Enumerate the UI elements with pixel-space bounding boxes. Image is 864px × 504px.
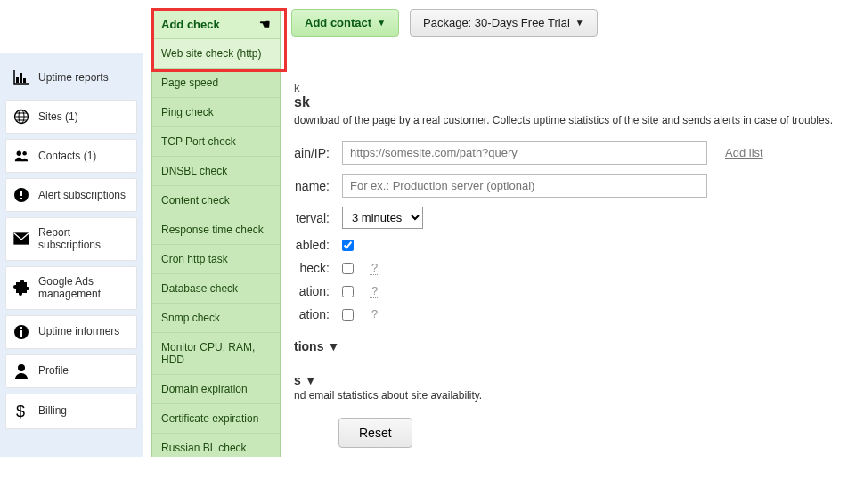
dd-item-tcp-port-check[interactable]: TCP Port check [152, 126, 280, 156]
help-icon[interactable]: ? [370, 284, 379, 298]
add-check-dropdown-wrap: Add check ☚ Web site check (http) Page s… [151, 9, 281, 10]
sidebar-item-label: Uptime reports [38, 71, 109, 84]
chevron-down-icon: ▼ [575, 18, 584, 28]
alert-icon [13, 187, 29, 203]
sidebar-item-report-subs[interactable]: Report subscriptions [5, 217, 137, 261]
users-icon [13, 149, 29, 163]
dd-item-ping-check[interactable]: Ping check [152, 97, 280, 126]
sidebar-item-alert-subs[interactable]: Alert subscriptions [5, 178, 137, 212]
row-domain: ain/IP: Add list [294, 141, 864, 165]
dd-item-database-check[interactable]: Database check [152, 273, 280, 303]
package-button[interactable]: Package: 30-Days Free Trial ▼ [410, 9, 598, 37]
form-content: k sk download of the page by a real cust… [294, 81, 864, 448]
domain-input[interactable] [342, 141, 707, 165]
reset-button[interactable]: Reset [338, 418, 412, 448]
svg-rect-0 [16, 77, 19, 83]
interval-select[interactable]: 3 minutes [342, 207, 423, 229]
row-ration2: ation: ? [294, 307, 864, 321]
dd-item-content-check[interactable]: Content check [152, 185, 280, 215]
svg-rect-2 [23, 78, 26, 83]
label-enabled: abled: [294, 238, 330, 252]
sidebar-item-label: Contacts (1) [38, 150, 96, 162]
add-contact-label: Add contact [305, 16, 371, 29]
dd-item-dnsbl-check[interactable]: DNSBL check [152, 156, 280, 185]
row-enabled: abled: [294, 238, 864, 252]
check-checkbox[interactable] [342, 263, 354, 274]
back-link[interactable]: k [294, 81, 300, 94]
row-check: heck: ? [294, 261, 864, 275]
row-name: name: [294, 174, 864, 198]
dd-item-russian-bl-check[interactable]: Russian BL check [152, 433, 280, 457]
row-ration1: ation: ? [294, 284, 864, 298]
user-icon [13, 363, 29, 379]
dd-item-website-check[interactable]: Web site check (http) [152, 38, 280, 68]
dd-item-domain-expiration[interactable]: Domain expiration [152, 374, 280, 403]
sidebar-item-profile[interactable]: Profile [5, 354, 137, 388]
section-tions-toggle[interactable]: tions ▼ [294, 339, 339, 354]
section-label: tions [294, 339, 323, 354]
svg-point-6 [22, 151, 27, 156]
dd-item-cron-http-task[interactable]: Cron http task [152, 244, 280, 273]
help-icon[interactable]: ? [370, 307, 379, 321]
label-name: name: [294, 179, 330, 193]
svg-point-5 [17, 151, 21, 156]
add-contact-button[interactable]: Add contact ▼ [291, 9, 399, 37]
svg-rect-9 [20, 198, 22, 199]
sidebar-item-uptime-reports[interactable]: Uptime reports [5, 61, 137, 94]
puzzle-icon [13, 280, 29, 296]
enabled-checkbox[interactable] [342, 240, 354, 251]
dd-item-certificate-expiration[interactable]: Certificate expiration [152, 403, 280, 433]
label-interval: terval: [294, 211, 330, 225]
bar-chart-icon [13, 70, 29, 85]
dd-item-monitor-cpu-ram-hdd[interactable]: Monitor CPU, RAM, HDD [152, 332, 280, 374]
action-row: Reset [338, 418, 864, 448]
svg-rect-8 [20, 191, 22, 196]
sidebar-item-label: Alert subscriptions [38, 189, 126, 201]
sidebar-item-sites[interactable]: Sites (1) [5, 100, 137, 134]
dd-item-snmp-check[interactable]: Snmp check [152, 303, 280, 332]
page-description: download of the page by a real customer.… [294, 114, 864, 126]
sidebar-item-uptime-informers[interactable]: Uptime informers [5, 315, 137, 349]
sidebar-item-label: Uptime informers [38, 325, 119, 337]
sidebar-item-google-ads[interactable]: Google Ads management [5, 266, 137, 310]
sidebar-item-label: Sites (1) [38, 110, 78, 123]
info-icon [13, 324, 29, 340]
add-check-dropdown: Add check ☚ Web site check (http) Page s… [151, 9, 281, 457]
svg-text:$: $ [16, 402, 25, 420]
add-check-label: Add check [161, 18, 220, 31]
sidebar-item-label: Report subscriptions [38, 226, 129, 252]
label-ration2: ation: [294, 307, 330, 321]
help-icon[interactable]: ? [370, 261, 379, 275]
top-button-bar: Add check ☚ Web site check (http) Page s… [151, 9, 864, 37]
ration2-checkbox[interactable] [342, 309, 354, 321]
name-input[interactable] [342, 174, 707, 198]
globe-icon [13, 109, 29, 125]
package-label: Package: 30-Days Free Trial [423, 16, 570, 29]
sidebar-item-contacts[interactable]: Contacts (1) [5, 139, 137, 173]
sidebar: Uptime reports Sites (1) Contacts (1) Al… [0, 53, 143, 457]
svg-rect-1 [20, 73, 22, 83]
cursor-icon: ☚ [259, 17, 271, 31]
envelope-icon [13, 232, 29, 245]
ration1-checkbox[interactable] [342, 286, 354, 297]
sidebar-item-label: Billing [38, 404, 67, 417]
sidebar-item-label: Google Ads management [38, 275, 129, 301]
dd-item-page-speed[interactable]: Page speed [152, 68, 280, 97]
section-s-toggle[interactable]: s ▼ [294, 373, 317, 387]
chevron-down-icon: ▼ [377, 18, 386, 28]
main-content: Add check ☚ Web site check (http) Page s… [143, 0, 864, 457]
sidebar-item-billing[interactable]: $ Billing [5, 394, 137, 429]
label-ration1: ation: [294, 284, 330, 298]
dollar-icon: $ [13, 402, 29, 420]
sidebar-item-label: Profile [38, 364, 69, 377]
chevron-down-icon: ▼ [327, 339, 339, 354]
label-check: heck: [294, 261, 330, 275]
add-check-button[interactable]: Add check ☚ [152, 10, 280, 38]
page-title: sk [294, 94, 864, 110]
svg-point-14 [18, 364, 25, 371]
section-s-desc: nd email statistics about site availabil… [294, 389, 864, 402]
dd-item-response-time-check[interactable]: Response time check [152, 215, 280, 244]
section-label: s [294, 373, 301, 387]
add-list-link[interactable]: Add list [725, 146, 763, 159]
chevron-down-icon: ▼ [305, 373, 317, 387]
